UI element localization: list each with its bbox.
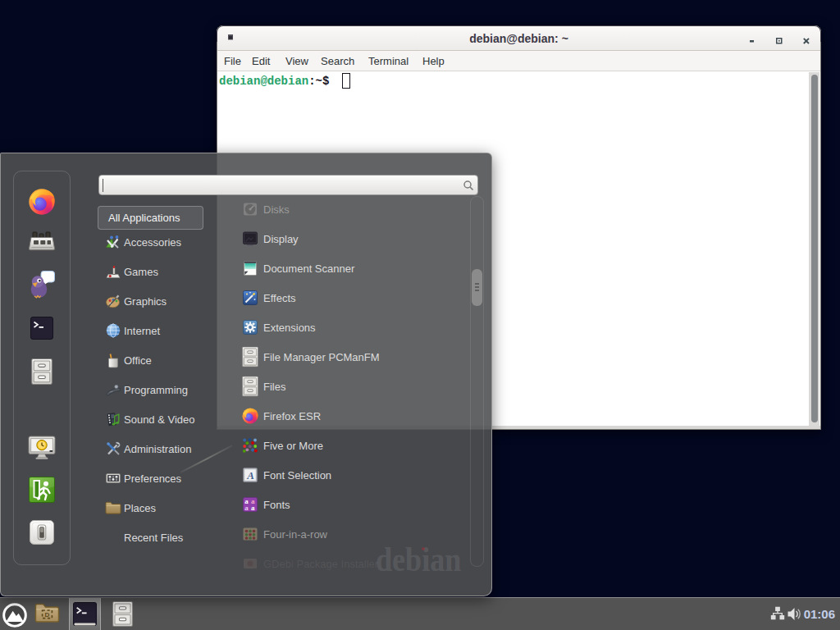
svg-text:D: D [45, 611, 50, 619]
svg-text:A: A [246, 469, 254, 482]
svg-text:a: a [251, 504, 255, 512]
svg-text:a: a [244, 504, 249, 512]
